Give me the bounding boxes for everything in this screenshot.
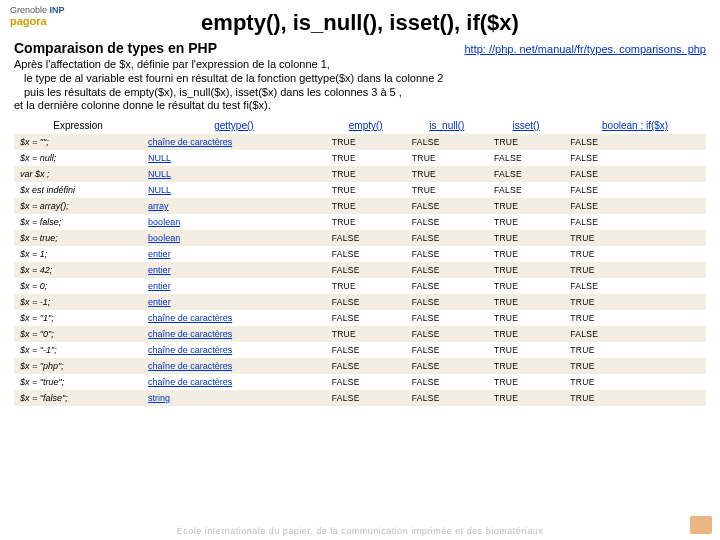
table-row: $x = 0;entierTRUEFALSETRUEFALSE — [14, 278, 706, 294]
value-cell: FALSE — [326, 390, 406, 406]
column-header: isset() — [488, 117, 564, 134]
value-cell: TRUE — [564, 374, 706, 390]
header-link[interactable]: isset() — [512, 120, 539, 131]
value-cell: TRUE — [326, 134, 406, 150]
type-link[interactable]: string — [148, 393, 170, 403]
column-header: boolean : if($x) — [564, 117, 706, 134]
header-link[interactable]: empty() — [349, 120, 383, 131]
table-row: $x = "-1";chaîne de caractèresFALSEFALSE… — [14, 342, 706, 358]
value-cell: FALSE — [564, 278, 706, 294]
value-cell: FALSE — [488, 150, 564, 166]
comparison-table: Expressiongettype()empty()is_null()isset… — [14, 117, 706, 406]
table-row: $x = "1";chaîne de caractèresFALSEFALSET… — [14, 310, 706, 326]
type-link[interactable]: chaîne de caractères — [148, 377, 232, 387]
reference-link[interactable]: http: //php. net/manual/fr/types. compar… — [464, 43, 706, 55]
value-cell: FALSE — [406, 374, 488, 390]
header-link[interactable]: is_null() — [429, 120, 464, 131]
type-cell: chaîne de caractères — [142, 342, 326, 358]
type-link[interactable]: array — [148, 201, 169, 211]
type-cell: NULL — [142, 150, 326, 166]
expression-cell: $x = "true"; — [14, 374, 142, 390]
type-link[interactable]: chaîne de caractères — [148, 361, 232, 371]
column-header: empty() — [326, 117, 406, 134]
value-cell: FALSE — [564, 214, 706, 230]
intro-text: Après l'affectation de $x, définie par l… — [0, 56, 720, 117]
type-cell: chaîne de caractères — [142, 310, 326, 326]
type-cell: NULL — [142, 166, 326, 182]
expression-cell: $x = true; — [14, 230, 142, 246]
type-cell: array — [142, 198, 326, 214]
type-cell: entier — [142, 294, 326, 310]
logo-line2: INP — [50, 5, 65, 15]
value-cell: TRUE — [326, 198, 406, 214]
expression-cell: $x = "php"; — [14, 358, 142, 374]
value-cell: FALSE — [326, 342, 406, 358]
value-cell: FALSE — [406, 390, 488, 406]
table-row: $x = "0";chaîne de caractèresTRUEFALSETR… — [14, 326, 706, 342]
table-row: $x = "php";chaîne de caractèresFALSEFALS… — [14, 358, 706, 374]
logo-line3: pagora — [10, 15, 47, 27]
header-link[interactable]: boolean : if($x) — [602, 120, 668, 131]
type-link[interactable]: chaîne de caractères — [148, 329, 232, 339]
value-cell: TRUE — [488, 294, 564, 310]
value-cell: TRUE — [488, 390, 564, 406]
value-cell: FALSE — [488, 182, 564, 198]
value-cell: TRUE — [564, 230, 706, 246]
logo: Grenoble INP pagora — [10, 5, 65, 27]
value-cell: TRUE — [326, 214, 406, 230]
type-cell: NULL — [142, 182, 326, 198]
value-cell: FALSE — [326, 374, 406, 390]
value-cell: FALSE — [326, 246, 406, 262]
value-cell: TRUE — [564, 390, 706, 406]
value-cell: TRUE — [564, 310, 706, 326]
expression-cell: $x est indéfini — [14, 182, 142, 198]
type-link[interactable]: boolean — [148, 217, 180, 227]
type-link[interactable]: chaîne de caractères — [148, 137, 232, 147]
value-cell: TRUE — [564, 294, 706, 310]
value-cell: FALSE — [406, 214, 488, 230]
column-header: is_null() — [406, 117, 488, 134]
value-cell: FALSE — [326, 294, 406, 310]
value-cell: TRUE — [488, 134, 564, 150]
type-link[interactable]: entier — [148, 281, 171, 291]
value-cell: FALSE — [406, 230, 488, 246]
expression-cell: $x = "-1"; — [14, 342, 142, 358]
table-row: $x = -1;entierFALSEFALSETRUETRUE — [14, 294, 706, 310]
type-link[interactable]: boolean — [148, 233, 180, 243]
table-row: $x = 1;entierFALSEFALSETRUETRUE — [14, 246, 706, 262]
expression-cell: $x = "1"; — [14, 310, 142, 326]
type-link[interactable]: NULL — [148, 185, 171, 195]
value-cell: TRUE — [406, 182, 488, 198]
type-cell: string — [142, 390, 326, 406]
value-cell: TRUE — [564, 262, 706, 278]
value-cell: TRUE — [406, 166, 488, 182]
expression-cell: $x = -1; — [14, 294, 142, 310]
type-link[interactable]: entier — [148, 265, 171, 275]
value-cell: TRUE — [326, 166, 406, 182]
type-cell: chaîne de caractères — [142, 358, 326, 374]
intro-line: Après l'affectation de $x, définie par l… — [14, 58, 706, 72]
page-badge — [690, 516, 712, 534]
value-cell: FALSE — [564, 182, 706, 198]
value-cell: FALSE — [406, 358, 488, 374]
value-cell: TRUE — [488, 198, 564, 214]
header-link[interactable]: gettype() — [214, 120, 253, 131]
value-cell: FALSE — [406, 278, 488, 294]
type-cell: chaîne de caractères — [142, 374, 326, 390]
value-cell: FALSE — [564, 150, 706, 166]
expression-cell: $x = "false"; — [14, 390, 142, 406]
expression-cell: $x = null; — [14, 150, 142, 166]
value-cell: TRUE — [326, 326, 406, 342]
type-cell: boolean — [142, 230, 326, 246]
type-link[interactable]: entier — [148, 297, 171, 307]
type-link[interactable]: chaîne de caractères — [148, 345, 232, 355]
table-row: var $x ;NULLTRUETRUEFALSEFALSE — [14, 166, 706, 182]
value-cell: FALSE — [406, 342, 488, 358]
type-link[interactable]: chaîne de caractères — [148, 313, 232, 323]
type-link[interactable]: NULL — [148, 153, 171, 163]
type-link[interactable]: NULL — [148, 169, 171, 179]
value-cell: TRUE — [564, 358, 706, 374]
type-cell: entier — [142, 262, 326, 278]
value-cell: FALSE — [326, 358, 406, 374]
type-link[interactable]: entier — [148, 249, 171, 259]
